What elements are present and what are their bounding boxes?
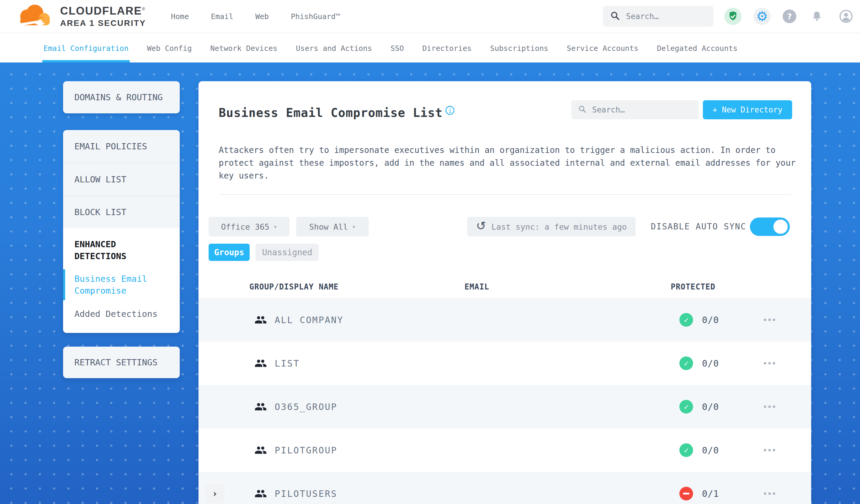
sidebar-card-retract: RETRACT SETTINGS <box>63 347 180 378</box>
row-name: ALL COMPANY <box>275 298 344 342</box>
brand-subtitle: AREA 1 SECURITY <box>60 19 146 27</box>
global-search[interactable] <box>603 6 714 27</box>
main-panel: Business Email Compromise Listi + New Di… <box>199 81 811 504</box>
protected-count: 0/0 <box>702 342 719 385</box>
tab-service-accounts[interactable]: Service Accounts <box>567 34 639 62</box>
chevron-down-icon: ▾ <box>352 223 356 230</box>
row-name: LIST <box>275 342 300 385</box>
group-icon <box>255 357 267 371</box>
notifications-bell-icon[interactable] <box>808 8 826 25</box>
sidebar-item-added-detections[interactable]: Added Detections <box>74 308 164 320</box>
column-header-email: EMAIL <box>464 282 489 291</box>
primary-nav: Home Email Web PhishGuard™ <box>171 12 340 21</box>
status-badge <box>679 487 693 501</box>
view-tab-unassigned[interactable]: Unassigned <box>256 244 319 261</box>
status-badge: ✓ <box>679 443 693 457</box>
tab-web-config[interactable]: Web Config <box>147 34 192 62</box>
app-window: CLOUDFLARE® AREA 1 SECURITY Home Email W… <box>0 0 860 504</box>
table-row[interactable]: › PILOTUSERS 0/1 <box>199 472 811 504</box>
group-icon <box>255 401 267 414</box>
table-row[interactable]: ALL COMPANY ✓ 0/0 <box>199 298 811 342</box>
sidebar-item-block-list[interactable]: BLOCK LIST <box>63 196 180 228</box>
protected-count: 0/1 <box>702 472 719 504</box>
cloudflare-logo[interactable]: CLOUDFLARE® AREA 1 SECURITY <box>13 2 146 31</box>
sidebar-item-retract-settings[interactable]: RETRACT SETTINGS <box>63 347 180 378</box>
secondary-nav: Email Configuration Web Config Network D… <box>0 34 860 62</box>
settings-gear-icon[interactable]: ⚙ <box>754 8 771 25</box>
help-icon[interactable]: ? <box>783 10 796 23</box>
status-badge: ✓ <box>679 313 693 327</box>
chevron-right-icon: › <box>212 488 217 499</box>
divider <box>219 194 791 195</box>
row-menu-button[interactable] <box>764 385 775 429</box>
protected-count: 0/0 <box>702 385 719 429</box>
top-bar: CLOUDFLARE® AREA 1 SECURITY Home Email W… <box>0 0 860 33</box>
tab-directories[interactable]: Directories <box>422 34 472 62</box>
row-name: O365_GROUP <box>275 385 338 429</box>
auto-sync-label: DISABLE AUTO SYNC <box>651 217 746 236</box>
tab-users-and-actions[interactable]: Users and Actions <box>296 34 372 62</box>
group-icon <box>255 444 267 458</box>
show-filter-select[interactable]: Show All ▾ <box>296 217 369 236</box>
search-icon <box>610 11 620 22</box>
list-search[interactable] <box>571 100 699 119</box>
user-avatar-icon[interactable] <box>837 8 855 25</box>
toggle-knob <box>773 219 788 234</box>
nav-item-phishguard[interactable]: PhishGuard™ <box>291 12 340 21</box>
tab-sso[interactable]: SSO <box>390 34 404 62</box>
brand-name: CLOUDFLARE® <box>60 5 145 17</box>
nav-item-web[interactable]: Web <box>255 12 269 21</box>
list-search-input[interactable] <box>591 105 692 115</box>
directory-select[interactable]: Office 365 ▾ <box>209 217 289 236</box>
nav-item-email[interactable]: Email <box>211 12 233 21</box>
refresh-icon[interactable]: ↺ <box>476 220 486 232</box>
new-directory-button[interactable]: + New Directory <box>703 100 792 119</box>
row-menu-button[interactable] <box>764 298 775 342</box>
minus-icon <box>683 493 689 494</box>
nav-item-home[interactable]: Home <box>171 12 189 21</box>
sidebar-item-business-email-compromise[interactable]: Business Email Compromise <box>74 273 164 297</box>
row-name: PILOTGROUP <box>275 429 338 472</box>
sidebar-item-enhanced-detections[interactable]: ENHANCED DETECTIONS <box>74 238 164 262</box>
sidebar-item-domains-routing[interactable]: DOMAINS & ROUTING <box>63 81 180 113</box>
protected-count: 0/0 <box>702 298 719 342</box>
check-icon: ✓ <box>684 446 689 454</box>
top-icon-row: ⚙ ? <box>724 8 855 25</box>
view-tab-groups[interactable]: Groups <box>209 244 250 261</box>
tab-email-configuration[interactable]: Email Configuration <box>43 34 129 62</box>
table-header: GROUP/DISPLAY NAME EMAIL PROTECTED <box>199 282 811 294</box>
table-row[interactable]: O365_GROUP ✓ 0/0 <box>199 385 811 429</box>
last-sync-status[interactable]: ↺ Last sync: a few minutes ago <box>467 217 636 236</box>
sidebar-card-domains: DOMAINS & ROUTING <box>63 81 180 113</box>
row-menu-button[interactable] <box>764 429 775 472</box>
table-row[interactable]: PILOTGROUP ✓ 0/0 <box>199 429 811 472</box>
protected-count: 0/0 <box>702 429 719 472</box>
column-header-protected: PROTECTED <box>671 282 715 291</box>
status-badge: ✓ <box>679 357 693 370</box>
row-menu-button[interactable] <box>764 342 775 385</box>
column-header-group: GROUP/DISPLAY NAME <box>249 282 339 291</box>
table-row[interactable]: LIST ✓ 0/0 <box>199 342 811 385</box>
expand-row-button[interactable]: › <box>205 484 224 503</box>
chevron-down-icon: ▾ <box>273 223 277 230</box>
sidebar-section-enhanced-detections: ENHANCED DETECTIONS Business Email Compr… <box>63 228 180 333</box>
check-icon: ✓ <box>684 403 689 411</box>
registered-mark: ® <box>142 6 145 11</box>
sidebar-item-email-policies[interactable]: EMAIL POLICIES <box>63 130 180 163</box>
row-name: PILOTUSERS <box>275 472 338 504</box>
sidebar-item-allow-list[interactable]: ALLOW LIST <box>63 163 180 196</box>
page-background: DOMAINS & ROUTING EMAIL POLICIES ALLOW L… <box>0 62 860 504</box>
row-menu-button[interactable] <box>764 472 775 504</box>
auto-sync-toggle[interactable] <box>750 217 790 236</box>
check-icon: ✓ <box>684 359 689 367</box>
global-search-input[interactable] <box>626 12 706 21</box>
tab-subscriptions[interactable]: Subscriptions <box>490 34 548 62</box>
last-sync-text: Last sync: a few minutes ago <box>491 222 627 231</box>
status-badge: ✓ <box>679 400 693 414</box>
tab-network-devices[interactable]: Network Devices <box>210 34 278 62</box>
verified-shield-icon[interactable] <box>724 8 742 25</box>
show-filter-value: Show All <box>309 222 348 231</box>
directory-select-value: Office 365 <box>221 222 270 231</box>
info-icon[interactable]: i <box>445 106 455 115</box>
tab-delegated-accounts[interactable]: Delegated Accounts <box>657 34 737 62</box>
